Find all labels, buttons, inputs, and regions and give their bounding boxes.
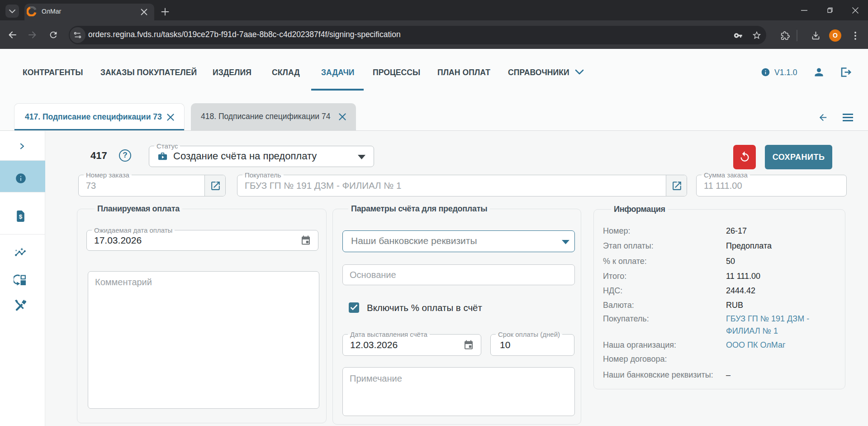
svg-text:$: $ xyxy=(19,213,23,220)
